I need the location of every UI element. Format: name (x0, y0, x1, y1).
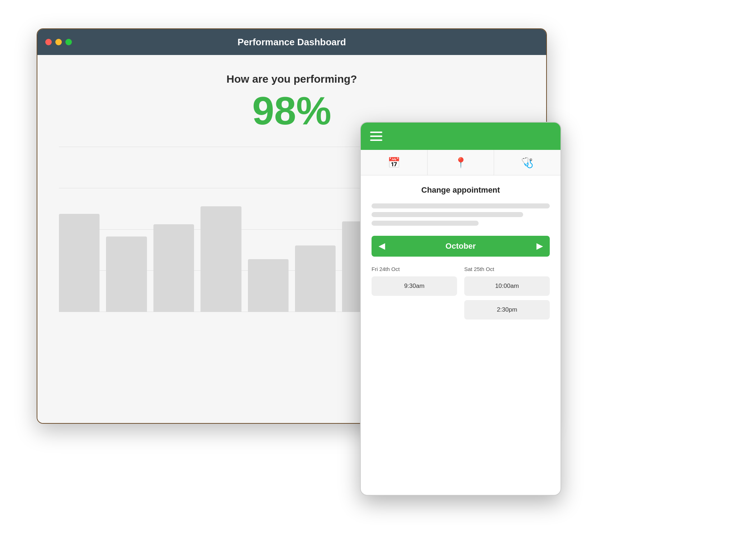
skeleton-line (372, 203, 550, 208)
location-icon: 📍 (455, 157, 467, 169)
month-nav: ◀ October ▶ (372, 236, 550, 257)
time-slot[interactable]: 9:30am (372, 276, 457, 296)
date-header-fri: Fri 24th Oct (372, 266, 457, 272)
mobile-tabs: 📅 📍 🩺 (361, 150, 561, 175)
month-label: October (446, 242, 476, 251)
prev-month-button[interactable]: ◀ (379, 242, 385, 251)
performance-question: How are you performing? (59, 73, 525, 85)
desktop-titlebar: Performance Dashboard (37, 29, 546, 55)
time-slot[interactable]: 10:00am (464, 276, 550, 296)
close-button[interactable] (45, 39, 52, 45)
skeleton-line (372, 221, 479, 226)
skeleton-lines (372, 203, 550, 226)
fullscreen-button[interactable] (65, 39, 72, 45)
date-header-sat: Sat 25th Oct (464, 266, 550, 272)
dates-row: Fri 24th Oct 9:30am Sat 25th Oct 10:00am… (372, 266, 550, 324)
hamburger-line (370, 136, 382, 137)
chart-bar (248, 259, 289, 312)
hamburger-line (370, 139, 382, 141)
tab-calendar[interactable]: 📅 (361, 150, 428, 175)
mobile-window: 📅 📍 🩺 Change appointment ◀ October ▶ (360, 122, 561, 496)
skeleton-line (372, 212, 523, 217)
window-title: Performance Dashboard (238, 37, 346, 48)
tab-location[interactable]: 📍 (428, 150, 494, 175)
minimize-button[interactable] (55, 39, 62, 45)
appointment-title: Change appointment (372, 185, 550, 195)
chart-bar (200, 206, 241, 312)
medical-icon: 🩺 (521, 157, 534, 169)
chart-bar (59, 214, 100, 312)
traffic-lights (45, 39, 72, 45)
mobile-content: Change appointment ◀ October ▶ Fri 24th … (361, 175, 561, 324)
chart-bar (106, 236, 147, 312)
mobile-header (361, 123, 561, 150)
scene: Performance Dashboard How are you perfor… (37, 28, 719, 514)
next-month-button[interactable]: ▶ (536, 242, 543, 251)
calendar-icon: 📅 (388, 157, 400, 169)
date-column-fri: Fri 24th Oct 9:30am (372, 266, 457, 324)
chart-bar (295, 245, 336, 312)
hamburger-line (370, 132, 382, 133)
tab-medical[interactable]: 🩺 (494, 150, 561, 175)
chart-bar (153, 224, 194, 312)
menu-icon[interactable] (370, 132, 382, 141)
date-column-sat: Sat 25th Oct 10:00am 2:30pm (464, 266, 550, 324)
time-slot[interactable]: 2:30pm (464, 300, 550, 320)
